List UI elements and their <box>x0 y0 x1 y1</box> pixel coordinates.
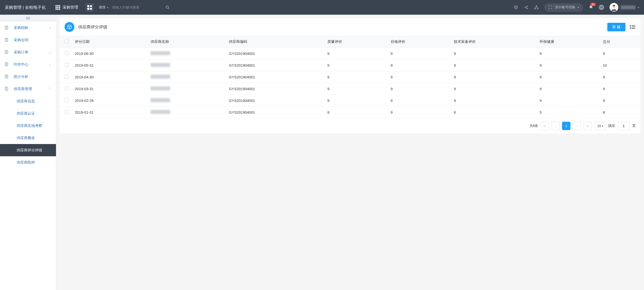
notifications-button[interactable]: 93 <box>588 5 594 10</box>
row-checkbox[interactable] <box>65 110 69 114</box>
row-checkbox[interactable] <box>65 51 69 55</box>
search-box <box>112 3 176 12</box>
table-row[interactable]: 2019-03-31GYS20190400199999 <box>60 83 640 95</box>
sidebar-subitem-1[interactable]: 供应商认证 <box>0 107 56 119</box>
sidebar-subitem-0[interactable]: 供应商信息 <box>0 95 56 107</box>
cell-tech: 9 <box>451 48 537 60</box>
table-row[interactable]: 2019-06-30GYS20190400199999 <box>60 48 640 60</box>
page-size-select[interactable]: 10 ▾ <box>594 122 606 130</box>
chevron-down-icon: ⌄ <box>49 50 51 54</box>
table-row[interactable]: 2019-02-28GYS20190400199999 <box>60 95 640 106</box>
last-page-button[interactable]: ⏭ <box>584 122 592 130</box>
cell-date: 2019-03-31 <box>72 83 148 95</box>
cell-tech: 9 <box>451 83 537 95</box>
sidebar-item-5[interactable]: 供应商管理⌃ <box>0 83 56 95</box>
sidebar-collapse-button[interactable] <box>0 15 56 22</box>
search-button[interactable] <box>163 3 172 12</box>
search-icon <box>166 6 170 9</box>
more-button[interactable]: ••• <box>599 5 604 10</box>
sidebar-item-4[interactable]: 统计分析 <box>0 71 56 83</box>
app-title: 采购管理 | 全程电子化 <box>5 5 46 10</box>
nav-label: 采购招标 <box>14 26 49 30</box>
row-checkbox[interactable] <box>65 98 69 102</box>
col-date: 评分日期 <box>72 36 148 48</box>
col-supplier-code: 供应商编码 <box>226 36 324 48</box>
jump-suffix: 页 <box>632 124 636 128</box>
pagination: 共6条 ⏮ ‹ 1 › ⏭ 10 ▾ 跳至 页 <box>60 118 640 133</box>
cell-tech: 9 <box>451 95 537 106</box>
cube-icon[interactable] <box>514 5 518 10</box>
chevron-down-icon: ▾ <box>107 6 108 9</box>
document-icon <box>5 26 9 30</box>
document-icon <box>5 38 9 42</box>
svg-rect-9 <box>538 8 538 9</box>
table-row[interactable]: 2019-04-30GYS20190400199999 <box>60 71 640 83</box>
cell-tech: 9 <box>451 71 537 83</box>
account-switch-button[interactable]: 演示账号切换 ▾ <box>544 4 583 12</box>
cell-supplier-name <box>148 60 226 71</box>
row-checkbox[interactable] <box>65 63 69 67</box>
cell-supplier-code: GYS201904001 <box>226 95 324 106</box>
cell-supplier-code: GYS201904001 <box>226 106 324 118</box>
cell-total: 9 <box>600 95 640 106</box>
svg-point-0 <box>166 6 168 8</box>
share-icon[interactable] <box>524 5 528 10</box>
svg-point-40 <box>630 25 631 26</box>
cell-env: 9 <box>537 48 600 60</box>
apps-menu[interactable]: 采购管理 <box>56 5 78 10</box>
cell-price: 9 <box>388 48 451 60</box>
search-input[interactable] <box>112 6 161 9</box>
nav-label: 统计分析 <box>14 74 51 79</box>
svg-point-42 <box>630 27 631 28</box>
svg-line-1 <box>168 8 169 9</box>
table-row[interactable]: 2019-05-31GYS201904001999910 <box>60 60 640 71</box>
sidebar-item-2[interactable]: 采购订单⌄ <box>0 46 56 58</box>
list-view-button[interactable] <box>629 24 636 30</box>
content-panel: 供应商评分评级 新 建 评分日期 供应商名称 供应商编码 质量评价 价格评价 技… <box>60 18 640 133</box>
jump-input[interactable] <box>618 122 630 130</box>
app-header: 采购管理 | 全程电子化 采购管理 微搜 ▾ 演示账号切换 ▾ <box>0 0 644 15</box>
sidebar-subitem-2[interactable]: 供应商实地考察 <box>0 119 56 132</box>
sidebar-item-0[interactable]: 采购招标⌄ <box>0 22 56 34</box>
list-icon <box>630 25 635 29</box>
user-menu[interactable]: ▾ <box>610 3 639 12</box>
sidebar-subitem-4[interactable]: 供应商评分评级 <box>0 144 56 156</box>
document-icon <box>5 74 9 79</box>
cell-supplier-code: GYS201904001 <box>226 71 324 83</box>
document-icon <box>5 50 9 55</box>
sidebar-item-3[interactable]: 印控中心⌄ <box>0 58 56 71</box>
first-page-button[interactable]: ⏮ <box>540 122 549 130</box>
table-header-row: 评分日期 供应商名称 供应商编码 质量评价 价格评价 技术装备评价 环保健康 总… <box>60 36 640 48</box>
sitemap-icon[interactable] <box>534 5 539 10</box>
select-all-checkbox[interactable] <box>65 39 69 43</box>
cell-total: 10 <box>600 60 640 71</box>
cell-quality: 8 <box>324 106 388 118</box>
row-checkbox[interactable] <box>65 86 69 90</box>
search-type-dropdown[interactable]: 微搜 ▾ <box>99 5 108 10</box>
chevron-down-icon: ⌄ <box>49 63 51 66</box>
search-type-label: 微搜 <box>99 5 106 10</box>
cell-env: 9 <box>537 83 600 95</box>
prev-page-button[interactable]: ‹ <box>551 122 560 130</box>
svg-line-5 <box>526 6 527 7</box>
page-1-button[interactable]: 1 <box>562 122 570 130</box>
module-icon[interactable] <box>86 3 94 12</box>
table-row[interactable]: 2019-01-31GYS20190400189658 <box>60 106 640 118</box>
svg-rect-7 <box>536 6 537 7</box>
cell-supplier-name <box>148 83 226 95</box>
row-checkbox[interactable] <box>65 75 69 79</box>
cell-price: 9 <box>388 106 451 118</box>
cell-tech: 6 <box>451 106 537 118</box>
sidebar-item-1[interactable]: 采购合同 <box>0 34 56 46</box>
sidebar-subitem-5[interactable]: 供应商取样 <box>0 156 56 169</box>
chevron-down-icon: ▾ <box>602 125 603 127</box>
layout: 采购招标⌄采购合同采购订单⌄印控中心⌄统计分析供应商管理⌃供应商信息供应商认证供… <box>0 15 644 290</box>
document-icon <box>5 87 9 91</box>
svg-point-44 <box>630 28 631 29</box>
new-button[interactable]: 新 建 <box>607 23 626 31</box>
sidebar-subitem-3[interactable]: 供应商整改 <box>0 132 56 144</box>
avatar <box>610 3 618 12</box>
chevron-down-icon: ⌄ <box>49 26 51 29</box>
main-content: 供应商评分评级 新 建 评分日期 供应商名称 供应商编码 质量评价 价格评价 技… <box>56 15 644 290</box>
next-page-button[interactable]: › <box>573 122 581 130</box>
